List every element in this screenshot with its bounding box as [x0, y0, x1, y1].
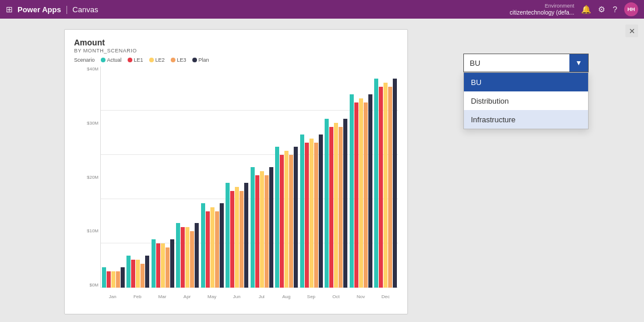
x-label-oct: Oct: [323, 294, 349, 299]
legend-label-le2: LE2: [156, 57, 165, 63]
bar-dec-actual: [374, 79, 378, 288]
bar-nov-le2: [359, 98, 363, 288]
bar-apr-actual: [176, 223, 180, 288]
legend-dot-le1: [128, 58, 132, 62]
dropdown-option-infrastructure[interactable]: Infrastructure: [464, 110, 588, 129]
month-group-jan: [101, 66, 126, 288]
bar-jan-le2: [111, 271, 115, 288]
y-label-10m: $10M: [87, 228, 98, 233]
bar-nov-plan: [368, 94, 372, 288]
legend-dot-le2: [149, 58, 154, 62]
legend-label-actual: Actual: [107, 57, 122, 63]
x-label-jan: Jan: [100, 294, 125, 299]
x-label-jul: Jul: [249, 294, 274, 299]
bar-dec-le2: [383, 83, 388, 288]
bar-may-le3: [215, 211, 219, 288]
dropdown-option-distribution-label: Distribution: [471, 97, 509, 105]
close-button[interactable]: ✕: [625, 24, 638, 37]
bar-dec-le1: [379, 87, 383, 288]
dropdown-select[interactable]: BU ▼: [463, 54, 589, 72]
topbar: ⊞ Power Apps | Canvas Environment citize…: [0, 0, 644, 19]
dropdown-option-bu-label: BU: [471, 78, 481, 87]
bar-jan-plan: [121, 267, 125, 288]
bar-mar-le3: [166, 247, 170, 288]
bar-feb-le1: [131, 260, 135, 288]
bar-jul-le1: [255, 175, 259, 288]
dropdown-menu: BU Distribution Infrastructure: [463, 72, 589, 129]
x-label-sep: Sep: [299, 294, 324, 299]
environment-label: Environment: [545, 3, 575, 9]
grid-icon: ⊞: [6, 5, 13, 14]
bar-aug-le3: [289, 155, 293, 288]
y-label-0m: $0M: [89, 282, 98, 288]
month-group-jul: [249, 66, 275, 288]
x-label-nov: Nov: [349, 294, 374, 299]
bar-may-actual: [201, 203, 205, 288]
month-group-oct: [324, 66, 349, 288]
bar-oct-actual: [325, 119, 329, 288]
bar-jun-le1: [230, 191, 234, 288]
bar-aug-actual: [275, 147, 279, 288]
close-icon: ✕: [629, 27, 635, 36]
separator: |: [66, 5, 68, 14]
dropdown-option-bu[interactable]: BU: [464, 73, 588, 91]
bar-aug-plan: [294, 147, 298, 288]
bar-oct-le1: [329, 127, 333, 288]
x-label-aug: Aug: [274, 294, 299, 299]
chart-subtitle: BY MONTH_SCENARIO: [74, 48, 398, 54]
legend-item-plan: Plan: [192, 57, 209, 63]
bar-nov-actual: [350, 94, 354, 288]
month-group-sep: [299, 66, 324, 288]
bar-feb-actual: [126, 256, 131, 288]
bar-mar-le1: [156, 243, 160, 288]
month-group-dec: [374, 66, 399, 288]
bar-mar-actual: [152, 239, 156, 288]
legend-scenario-label: Scenario: [74, 57, 95, 63]
x-label-feb: Feb: [125, 294, 150, 299]
bar-nov-le3: [364, 102, 368, 288]
legend-item-le2: LE2: [149, 57, 165, 63]
bar-feb-le2: [136, 260, 140, 288]
x-label-jun: Jun: [224, 294, 249, 299]
month-group-may: [200, 66, 225, 288]
bar-sep-le1: [305, 143, 309, 288]
bar-sep-le3: [314, 143, 318, 288]
bar-sep-actual: [300, 135, 304, 288]
x-label-apr: Apr: [175, 294, 200, 299]
bar-jun-actual: [226, 183, 230, 288]
bar-nov-le1: [354, 102, 358, 288]
canvas-area: Amount BY MONTH_SCENARIO Scenario Actual…: [0, 19, 644, 322]
bar-jul-plan: [269, 167, 273, 288]
chart-legend: Scenario Actual LE1 LE2 LE3 Plan: [74, 57, 398, 63]
bar-apr-plan: [195, 223, 199, 288]
bar-mar-plan: [170, 239, 174, 288]
bars-container: [100, 66, 398, 288]
chart-title: Amount: [74, 38, 398, 47]
dropdown-option-distribution[interactable]: Distribution: [464, 91, 588, 110]
y-label-40m: $40M: [87, 66, 98, 72]
month-group-apr: [175, 66, 200, 288]
settings-icon[interactable]: ⚙: [598, 5, 606, 14]
avatar[interactable]: HH: [624, 2, 638, 16]
bar-jun-le3: [240, 191, 244, 288]
topbar-right: Environment citizentechnology (defa... 🔔…: [510, 2, 638, 16]
y-axis-labels: $40M $30M $20M $10M $0M: [74, 66, 98, 288]
month-group-aug: [275, 66, 300, 288]
month-group-jun: [225, 66, 250, 288]
bar-jun-plan: [244, 183, 248, 288]
chevron-down-icon: ▼: [575, 59, 582, 67]
legend-item-le1: LE1: [128, 57, 143, 63]
y-label-20m: $20M: [87, 175, 98, 180]
bar-chart-area: $40M $30M $20M $10M $0M JanFebMarAprMayJ…: [74, 66, 398, 299]
bar-mar-le2: [161, 243, 165, 288]
dropdown-chevron[interactable]: ▼: [569, 54, 588, 72]
bar-may-le2: [210, 207, 214, 288]
bar-apr-le1: [181, 227, 185, 288]
legend-dot-le3: [171, 58, 175, 62]
legend-item-actual: Actual: [101, 57, 122, 63]
bar-sep-le2: [309, 139, 314, 288]
bell-icon[interactable]: 🔔: [581, 5, 591, 14]
help-icon[interactable]: ?: [613, 5, 617, 14]
legend-item-le3: LE3: [171, 57, 186, 63]
bar-sep-plan: [319, 135, 323, 288]
